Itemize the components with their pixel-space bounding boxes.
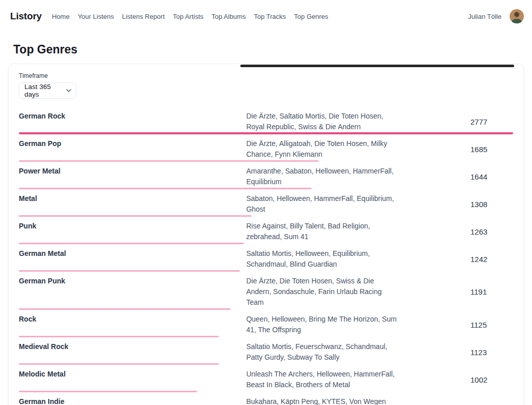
genre-top-artists: Sabaton, Helloween, HammerFall, Equilibr… bbox=[246, 193, 400, 215]
nav-item-home[interactable]: Home bbox=[52, 13, 70, 20]
genre-row: PunkRise Against, Billy Talent, Bad Reli… bbox=[19, 217, 513, 244]
genre-top-artists: Saltatio Mortis, Feuerschwanz, Schandmau… bbox=[246, 341, 400, 363]
nav-item-top-albums[interactable]: Top Albums bbox=[212, 13, 246, 20]
genre-row: MetalSabaton, Helloween, HammerFall, Equ… bbox=[19, 189, 513, 217]
nav-item-top-artists[interactable]: Top Artists bbox=[173, 13, 204, 20]
genre-row: Medieval RockSaltatio Mortis, Feuerschwa… bbox=[19, 337, 513, 365]
genre-top-artists: Unleash The Archers, Helloween, HammerFa… bbox=[246, 369, 400, 390]
genre-top-artists: Amaranthe, Sabaton, Helloween, HammerFal… bbox=[246, 166, 400, 187]
genre-name: Metal bbox=[19, 193, 246, 215]
genre-listen-count: 1125 bbox=[470, 321, 513, 329]
genre-listen-count: 1685 bbox=[470, 145, 513, 154]
genre-row: German PopDie Ärzte, Alligatoah, Die Tot… bbox=[19, 134, 513, 162]
genre-name: German Punk bbox=[19, 276, 246, 308]
genre-top-artists: Saltatio Mortis, Helloween, Equilibrium,… bbox=[246, 248, 400, 270]
genre-table: German RockDie Ärzte, Saltatio Mortis, D… bbox=[19, 107, 513, 405]
genre-row: Melodic MetalUnleash The Archers, Hellow… bbox=[19, 365, 513, 392]
genre-top-artists: Die Ärzte, Alligatoah, Die Toten Hosen, … bbox=[246, 138, 400, 160]
genre-name: Melodic Metal bbox=[19, 369, 246, 390]
genre-top-artists: Die Ärzte, Die Toten Hosen, Swiss & Die … bbox=[246, 276, 400, 308]
genre-listen-count: 1263 bbox=[470, 227, 513, 236]
genre-name: German Pop bbox=[19, 138, 246, 160]
timeframe-value: Last 365 days bbox=[24, 83, 63, 98]
genre-listen-count: 1242 bbox=[470, 255, 513, 264]
nav-item-top-tracks[interactable]: Top Tracks bbox=[254, 13, 286, 20]
genre-top-artists: Die Ärzte, Saltatio Mortis, Die Toten Ho… bbox=[246, 111, 400, 132]
genre-row: German MetalSaltatio Mortis, Helloween, … bbox=[19, 244, 513, 272]
timeframe-label: Timeframe bbox=[19, 72, 513, 79]
nav-item-top-genres[interactable]: Top Genres bbox=[294, 13, 328, 20]
horizontal-scrollbar-thumb[interactable] bbox=[240, 65, 514, 67]
avatar-photo bbox=[510, 9, 524, 23]
genre-top-artists: Bukahara, Käptn Peng, KYTES, Von Wegen L… bbox=[246, 396, 400, 405]
genre-row: German RockDie Ärzte, Saltatio Mortis, D… bbox=[19, 107, 513, 134]
genre-row: Power MetalAmaranthe, Sabaton, Helloween… bbox=[19, 162, 513, 189]
user-name[interactable]: Julian Tölle bbox=[468, 13, 501, 20]
nav-item-your-listens[interactable]: Your Listens bbox=[78, 13, 114, 20]
genre-name: German Metal bbox=[19, 248, 246, 270]
genre-listen-count: 1644 bbox=[470, 172, 513, 181]
genre-row: German PunkDie Ärzte, Die Toten Hosen, S… bbox=[19, 272, 513, 310]
genre-name: Medieval Rock bbox=[19, 341, 246, 363]
genre-name: Power Metal bbox=[19, 166, 246, 187]
genre-name: German Indie bbox=[19, 396, 246, 405]
genre-listen-count: 2777 bbox=[470, 118, 513, 126]
page-title: Top Genres bbox=[13, 43, 519, 56]
timeframe-select[interactable]: Last 365 days bbox=[19, 82, 76, 99]
genre-name: German Rock bbox=[19, 111, 246, 132]
genre-listen-count: 1002 bbox=[470, 375, 513, 384]
genre-name: Punk bbox=[19, 221, 246, 242]
top-nav: Listory HomeYour ListensListens ReportTo… bbox=[0, 0, 532, 33]
genre-name: Rock bbox=[19, 314, 246, 335]
top-genres-card: Timeframe Last 365 days German RockDie Ä… bbox=[8, 64, 524, 405]
user-avatar[interactable] bbox=[510, 9, 524, 23]
genre-listen-count: 1191 bbox=[470, 287, 513, 296]
genre-top-artists: Rise Against, Billy Talent, Bad Religion… bbox=[246, 221, 400, 242]
app-logo[interactable]: Listory bbox=[10, 11, 42, 22]
genre-row: RockQueen, Helloween, Bring Me The Horiz… bbox=[19, 310, 513, 337]
nav-item-listens-report[interactable]: Listens Report bbox=[122, 13, 165, 20]
genre-listen-count: 1123 bbox=[470, 348, 513, 357]
genre-listen-count: 926 bbox=[470, 403, 513, 405]
genre-top-artists: Queen, Helloween, Bring Me The Horizon, … bbox=[246, 314, 400, 335]
genre-row: German IndieBukahara, Käptn Peng, KYTES,… bbox=[19, 392, 513, 405]
genre-listen-count: 1308 bbox=[470, 200, 513, 209]
nav-links: HomeYour ListensListens ReportTop Artist… bbox=[52, 13, 328, 20]
chevron-down-icon bbox=[66, 89, 71, 92]
